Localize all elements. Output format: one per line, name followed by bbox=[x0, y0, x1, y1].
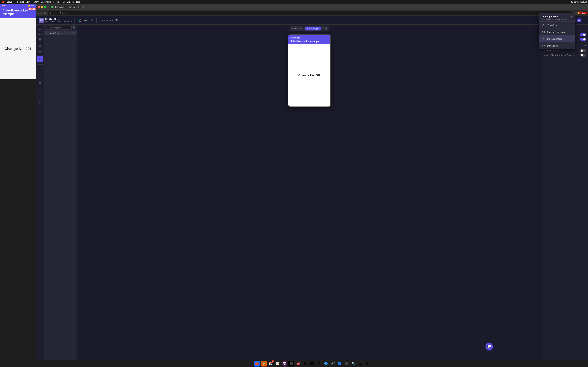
list-icon[interactable]: ☰ bbox=[37, 49, 43, 55]
more-options-icon[interactable]: ⋮ bbox=[72, 32, 75, 34]
ff-app-name: FlutterFlow bbox=[45, 18, 72, 21]
canvas-phone-preview: HomePage flutterflow-socket-example Chan… bbox=[288, 34, 294, 107]
connect-label: Connect bbox=[37, 62, 43, 66]
tab-close-icon[interactable]: ✕ bbox=[77, 6, 79, 8]
browser-titlebar: F Dashboard - FlutterFlow ✕ + bbox=[36, 4, 294, 10]
app-settings-icon[interactable]: ⚙ bbox=[37, 100, 43, 106]
topbar-divider-2 bbox=[96, 18, 97, 23]
tab-favicon: F bbox=[51, 6, 53, 8]
address-bar[interactable]: 🔒 app.flutterflow.io... bbox=[48, 11, 294, 15]
menu-help[interactable]: Help bbox=[76, 1, 80, 3]
pages-icon[interactable]: ⊞ bbox=[37, 56, 43, 62]
canvas-phone-title: flutterflow-socket-example bbox=[290, 40, 294, 43]
ff-version: v3.0 October 20, 2022 - Flutter 3.3.4 bbox=[45, 21, 72, 23]
menu-bookmarks[interactable]: Bookmarks bbox=[41, 1, 51, 3]
panel-header: 🔍 bbox=[44, 25, 77, 31]
database-icon[interactable]: ⊟ bbox=[37, 67, 43, 73]
menu-file[interactable]: File bbox=[15, 1, 18, 3]
zoom-out-button[interactable]: − bbox=[292, 27, 293, 30]
topbar-divider bbox=[74, 18, 75, 23]
page-icon: ☰ bbox=[46, 32, 48, 34]
ff-logo-text: FlutterFlow v3.0 October 20, 2022 - Flut… bbox=[45, 18, 72, 23]
app-name: Brave bbox=[7, 1, 12, 3]
close-window-button[interactable] bbox=[38, 6, 40, 8]
menu-edit[interactable]: Edit bbox=[20, 1, 24, 3]
ff-topbar: FF FlutterFlow v3.0 October 20, 2022 - F… bbox=[36, 16, 294, 25]
address-text: app.flutterflow.io... bbox=[52, 12, 67, 14]
search-icon[interactable]: 🔍 bbox=[72, 26, 75, 29]
text-icon[interactable]: ☷ bbox=[37, 93, 43, 99]
left-sidebar: ⌂ Build ▣ ⊕ ☰ ⊞ Connect ⊟ ⊠ ⊛ ⊡ ☷ ⚙ bbox=[36, 25, 44, 184]
maximize-window-button[interactable] bbox=[44, 6, 46, 8]
menu-view[interactable]: View bbox=[26, 1, 30, 3]
menu-window[interactable]: Window bbox=[67, 1, 74, 3]
widget-icon[interactable]: ▣ bbox=[37, 36, 43, 42]
desktop-device-button[interactable]: 🖥 bbox=[89, 18, 94, 23]
left-phone-mockup: 09:41 📶 100% flutterflow-socket-example … bbox=[0, 4, 36, 79]
check-icon: ✓ bbox=[69, 32, 71, 34]
phone-time: 09:41 bbox=[2, 5, 6, 7]
home-icon[interactable]: ⌂ bbox=[37, 26, 43, 32]
ff-main-content: ⌂ Build ▣ ⊕ ☰ ⊞ Connect ⊟ ⊠ ⊛ ⊡ ☷ ⚙ 🔍 bbox=[36, 25, 294, 184]
tablet-device-button[interactable]: ▬ bbox=[83, 18, 88, 23]
minimize-window-button[interactable] bbox=[41, 6, 43, 8]
browser-tab[interactable]: F Dashboard - FlutterFlow ✕ bbox=[49, 5, 81, 9]
canvas-size: 375(px) x 812(px) bbox=[99, 19, 113, 21]
mobile-device-button[interactable]: 📱 bbox=[77, 18, 83, 23]
canvas-phone-label: HomePage bbox=[290, 37, 294, 39]
add-element-icon[interactable]: ⊕ bbox=[37, 43, 43, 49]
flutterflow-app: FF FlutterFlow v3.0 October 20, 2022 - F… bbox=[36, 16, 294, 184]
search-pages-input[interactable] bbox=[46, 26, 71, 30]
debug-badge: DEBUG bbox=[28, 8, 36, 10]
pages-panel: 🔍 ☰ HomePage ✓ ⋮ bbox=[44, 25, 77, 184]
traffic-lights bbox=[38, 6, 46, 8]
menu-history[interactable]: History bbox=[33, 1, 39, 3]
phone-icons: 📶 100% bbox=[28, 5, 34, 7]
ff-logo-icon: FF bbox=[39, 18, 44, 23]
build-label: Build bbox=[38, 33, 42, 35]
apple-menu[interactable]: 🍎 bbox=[1, 1, 4, 3]
phone-body: Change No. 001 bbox=[0, 18, 36, 79]
device-icons: 📱 ▬ 🖥 bbox=[77, 18, 94, 23]
back-button[interactable]: ‹ bbox=[37, 11, 40, 15]
menu-tab[interactable]: Tab bbox=[61, 1, 65, 3]
new-tab-button[interactable]: + bbox=[83, 6, 84, 8]
browser-window: F Dashboard - FlutterFlow ✕ + ‹ › ↻ 🔒 ap… bbox=[36, 4, 294, 184]
page-name: HomePage bbox=[49, 32, 59, 34]
menu-people[interactable]: People bbox=[53, 1, 59, 3]
media-icon[interactable]: ⊡ bbox=[37, 86, 43, 92]
browser-navbar: ‹ › ↻ 🔒 app.flutterflow.io... ☆ 🛡 🔔1 Err… bbox=[36, 10, 294, 16]
team-icon[interactable]: ⊛ bbox=[37, 80, 43, 86]
canvas-phone-header: HomePage flutterflow-socket-example bbox=[288, 35, 294, 44]
phone-status-bar: 09:41 📶 100% bbox=[0, 4, 36, 8]
phone-change-text: Change No. 001 bbox=[4, 47, 32, 51]
canvas-toolbar: − 90% + + Add Widget ☀ bbox=[290, 26, 294, 31]
canvas-phone-body: Change No. 002 bbox=[288, 44, 294, 107]
menu-bar-items: File Edit View History Bookmarks People … bbox=[15, 1, 80, 3]
search-keyboard-shortcut[interactable]: 🔍 bbox=[115, 19, 119, 22]
tab-title: Dashboard - FlutterFlow bbox=[54, 6, 76, 8]
homepage-item[interactable]: ☰ HomePage ✓ ⋮ bbox=[44, 31, 77, 35]
api-icon[interactable]: ⊠ bbox=[37, 73, 43, 79]
mac-menubar: 🍎 Brave File Edit View History Bookmarks… bbox=[0, 0, 294, 4]
refresh-button[interactable]: ↻ bbox=[43, 11, 47, 15]
canvas-area: − 90% + + Add Widget ☀ HomePage bbox=[77, 25, 294, 184]
forward-button[interactable]: › bbox=[41, 11, 43, 15]
lock-icon: 🔒 bbox=[49, 12, 51, 14]
ff-logo: FF FlutterFlow v3.0 October 20, 2022 - F… bbox=[39, 18, 72, 23]
